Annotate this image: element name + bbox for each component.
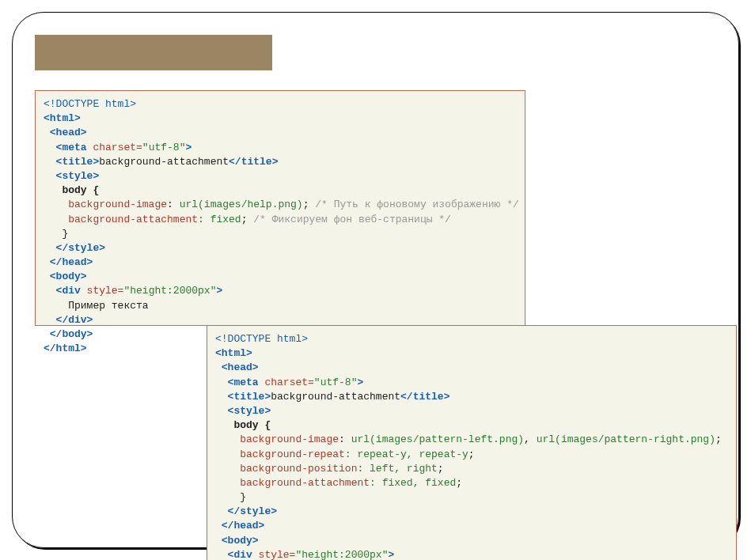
cl: <meta — [44, 142, 93, 153]
cl: background-attachment — [44, 214, 198, 225]
cl: /* Фиксируем фон веб-страницы */ — [247, 214, 450, 225]
cl: (images/pattern-right.png) — [555, 433, 715, 445]
cl: url — [351, 433, 370, 445]
cl: </head> — [215, 520, 264, 532]
code-example-1: <!DOCTYPE html> <html> <head> <meta char… — [35, 90, 525, 326]
code-line: <!DOCTYPE html> — [44, 98, 136, 110]
cl: url — [537, 433, 555, 445]
cl: } — [44, 228, 68, 240]
cl: </div> — [44, 314, 93, 326]
cl: (images/pattern-left.png) — [370, 433, 524, 445]
cl: charset= — [264, 376, 313, 388]
cl: > — [185, 142, 192, 153]
cl: > — [388, 549, 394, 560]
code-example-2: <!DOCTYPE html> <html> <head> <meta char… — [207, 325, 737, 560]
cl: <body> — [215, 535, 259, 547]
cl: body { — [215, 419, 271, 431]
cl: } — [215, 491, 246, 503]
cl: (images/help.png) — [198, 199, 303, 210]
cl: /* Путь к фоновому изображению */ — [309, 199, 518, 210]
cl: ; — [468, 448, 475, 460]
cl: "utf-8" — [142, 142, 186, 153]
cl: : fixed, fixed — [370, 477, 456, 489]
cl: background-repeat — [215, 448, 345, 460]
cl: body { — [44, 184, 99, 196]
cl: : left, right — [357, 463, 437, 475]
cl: background-attachment — [215, 477, 370, 489]
cl: background-attachment — [271, 391, 400, 403]
cl: <style> — [44, 170, 99, 182]
cl: </title> — [400, 391, 449, 403]
slide-frame: <!DOCTYPE html> <html> <head> <meta char… — [12, 12, 739, 548]
cl: , — [524, 433, 537, 445]
cl: : fixed — [198, 214, 241, 225]
cl: ; — [456, 477, 462, 489]
cl: : — [339, 433, 351, 445]
cl: <title> — [44, 156, 99, 168]
cl: </style> — [44, 242, 105, 254]
cl: <head> — [215, 361, 259, 373]
cl: url — [180, 199, 198, 210]
cl: <title> — [215, 391, 271, 403]
code-line: <head> — [44, 127, 87, 138]
cl: background-attachment — [99, 156, 229, 168]
cl: > — [216, 285, 222, 297]
cl: <body> — [44, 271, 87, 282]
cl: ; — [715, 433, 722, 445]
cl: <meta — [215, 376, 264, 388]
cl: background-position — [215, 463, 357, 475]
cl: "height:2000px" — [295, 549, 388, 560]
cl: </body> — [44, 328, 93, 340]
title-bar — [35, 35, 272, 70]
cl: <style> — [215, 405, 271, 417]
cl: "height:2000px" — [123, 285, 216, 297]
code-line: <html> — [44, 112, 81, 124]
cl: > — [357, 376, 363, 388]
cl: style= — [87, 285, 124, 297]
cl: </style> — [215, 505, 277, 517]
cl: </head> — [44, 256, 93, 268]
cl: Пример текста — [44, 300, 149, 312]
cl: ; — [438, 463, 444, 475]
cl: background-image — [44, 199, 167, 210]
cl: style= — [259, 549, 296, 560]
cl: <html> — [215, 347, 252, 359]
cl: <!DOCTYPE html> — [215, 333, 308, 345]
cl: background-image — [215, 433, 339, 445]
cl: </title> — [229, 156, 278, 168]
cl: "utf-8" — [314, 376, 358, 388]
cl: </html> — [44, 342, 87, 354]
cl: <div — [215, 549, 259, 560]
cl: charset= — [93, 142, 142, 153]
cl: : — [167, 199, 180, 210]
cl: : repeat-y, repeat-y — [345, 448, 468, 460]
cl: <div — [44, 285, 87, 297]
